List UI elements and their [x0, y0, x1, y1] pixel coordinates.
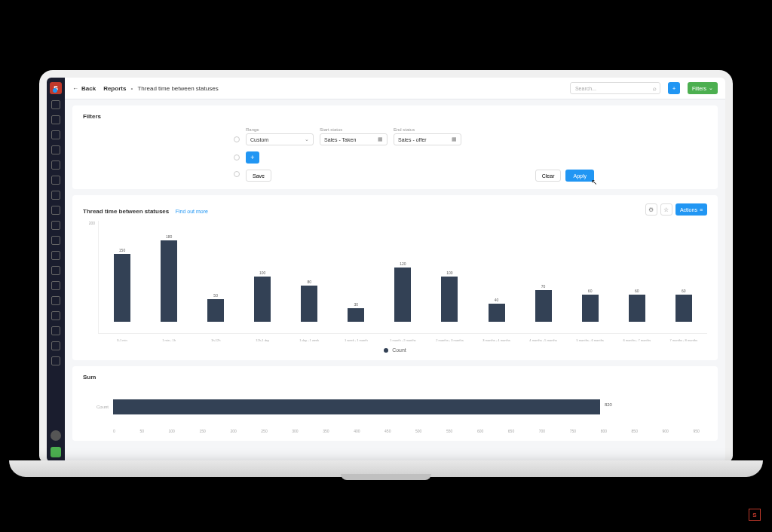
sum-x-axis: 0501001502002503003504004505005506006507…: [83, 429, 707, 433]
bar-item: 801 day - 1 week: [290, 280, 329, 322]
chart-bars: 1500-1 min1801 min - 1h501h-12h10012h-1 …: [98, 221, 707, 334]
bar-item: 607 months - 8 months: [664, 289, 703, 322]
content-area: Filters Range Custom⌄ Start status: [65, 99, 725, 462]
nav-icon-1[interactable]: [51, 100, 60, 109]
bar-item: 501h-12h: [196, 293, 235, 322]
step-dot: [234, 154, 240, 161]
back-button[interactable]: ← Back: [72, 85, 96, 92]
bar-item: 403 months - 4 months: [476, 298, 516, 322]
chart-title: Thread time between statuses: [83, 208, 169, 215]
nav-icon-15[interactable]: [51, 311, 60, 320]
bar-item: 1500-1 min: [103, 248, 142, 322]
clear-button[interactable]: Clear: [535, 170, 562, 182]
nav-icon-12[interactable]: [51, 266, 60, 275]
sum-title: Sum: [83, 374, 707, 381]
user-avatar[interactable]: [51, 430, 61, 441]
nav-icon-7[interactable]: [51, 191, 60, 200]
breadcrumb-current: Thread time between statuses: [137, 85, 218, 92]
calendar-icon: ▦: [452, 136, 457, 142]
nav-icon-6[interactable]: [51, 176, 60, 185]
topbar: ← Back Reports • Thread time between sta…: [65, 78, 725, 99]
laptop-frame: S ←: [39, 70, 733, 462]
legend-label: Count: [392, 347, 406, 353]
nav-icon-9[interactable]: [51, 221, 60, 230]
nav-icon-18[interactable]: [51, 356, 60, 365]
actions-button[interactable]: Actions≡: [676, 203, 707, 216]
nav-icon-17[interactable]: [51, 341, 60, 350]
breadcrumb: Reports • Thread time between statuses: [103, 85, 219, 92]
bar-item: 704 months - 5 months: [523, 284, 562, 322]
sum-bar-track: 820: [113, 399, 707, 414]
nav-icon-2[interactable]: [51, 115, 60, 124]
laptop-base: [9, 460, 763, 477]
bar-item: 605 months - 6 months: [570, 289, 609, 322]
nav-icon-4[interactable]: [51, 145, 60, 154]
screen: S ←: [47, 78, 725, 462]
chart-panel: Thread time between statuses Find out mo…: [72, 195, 718, 360]
notification-dot: [53, 88, 57, 93]
bar-item: 1801 min - 1h: [149, 234, 188, 322]
settings-icon[interactable]: ⚙: [645, 203, 657, 216]
chevron-down-icon: ⌄: [709, 85, 713, 91]
apply-button[interactable]: Apply ↖: [565, 170, 594, 182]
bar-item: 1201 month - 2 months: [383, 261, 422, 322]
search-placeholder: Search...: [575, 86, 596, 91]
chart-legend: Count: [83, 347, 707, 353]
find-out-more-link[interactable]: Find out more: [176, 209, 208, 214]
save-button[interactable]: Save: [246, 170, 271, 182]
bar-item: 301 week - 1 month: [336, 302, 375, 322]
start-status-label: Start status: [320, 127, 388, 132]
filters-title: Filters: [83, 113, 707, 120]
sum-value: 820: [605, 402, 612, 407]
legend-dot: [384, 348, 388, 353]
nav-icon-8[interactable]: [51, 206, 60, 215]
add-filter-button[interactable]: +: [246, 151, 259, 164]
nav-icon-10[interactable]: [51, 236, 60, 245]
add-button[interactable]: +: [668, 82, 680, 94]
bar-item: 1002 months - 3 months: [430, 271, 469, 322]
nav-icon-5[interactable]: [51, 161, 60, 170]
laptop-notch: [341, 474, 431, 480]
end-status-label: End status: [394, 127, 461, 132]
help-icon[interactable]: [51, 447, 61, 457]
bar-item: 10012h-1 day: [243, 271, 282, 322]
step-dot: [234, 171, 240, 177]
nav-icon-16[interactable]: [51, 326, 60, 335]
start-status-select[interactable]: Sales - Taken▦: [320, 133, 388, 145]
y-axis: 200: [83, 221, 98, 334]
star-icon[interactable]: ☆: [660, 203, 672, 216]
filters-panel: Filters Range Custom⌄ Start status: [72, 105, 718, 189]
brand-logo-icon: S: [749, 509, 761, 521]
main-content: ← Back Reports • Thread time between sta…: [65, 78, 725, 462]
step-dot: [234, 136, 240, 142]
calendar-icon: ▦: [378, 136, 383, 142]
range-label: Range: [246, 127, 314, 132]
chevron-down-icon: ⌄: [305, 136, 309, 142]
cursor-icon: ↖: [591, 178, 597, 186]
nav-icon-3[interactable]: [51, 130, 60, 139]
menu-icon: ≡: [700, 207, 703, 212]
search-input[interactable]: Search... ⌕: [570, 82, 660, 94]
end-status-select[interactable]: Sales - offer▦: [394, 133, 461, 145]
search-icon: ⌕: [653, 85, 657, 92]
nav-icon-14[interactable]: [51, 296, 60, 305]
bar-item: 606 months - 7 months: [617, 289, 656, 322]
filters-button[interactable]: Filters ⌄: [688, 82, 718, 94]
sum-label: Count: [83, 405, 113, 409]
sum-panel: Sum Count 820 05010015020025030035040045…: [72, 366, 718, 441]
sidebar: S: [47, 78, 65, 462]
range-select[interactable]: Custom⌄: [246, 133, 314, 145]
sum-bar: [113, 399, 600, 414]
bar-chart: 200 1500-1 min1801 min - 1h501h-12h10012…: [83, 221, 707, 334]
breadcrumb-root[interactable]: Reports: [103, 85, 126, 92]
nav-icon-13[interactable]: [51, 281, 60, 290]
arrow-left-icon: ←: [72, 85, 78, 92]
nav-icon-11[interactable]: [51, 251, 60, 260]
back-label: Back: [81, 85, 96, 92]
